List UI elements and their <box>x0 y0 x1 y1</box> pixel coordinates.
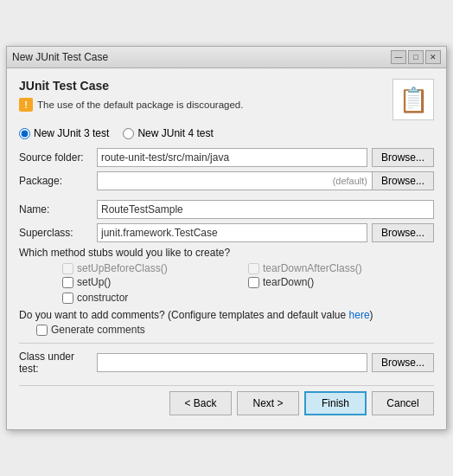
class-under-test-input[interactable] <box>97 353 367 372</box>
package-row: Package: (default) Browse... <box>19 171 434 190</box>
stubs-grid: setUpBeforeClass() tearDownAfterClass() … <box>62 262 434 288</box>
minimize-button[interactable]: — <box>391 50 406 64</box>
window-title: New JUnit Test Case <box>12 51 108 63</box>
setup-before-class-label[interactable]: setUpBeforeClass() <box>62 262 248 274</box>
bottom-buttons: < Back Next > Finish Cancel <box>19 385 434 419</box>
header-text: JUnit Test Case ! The use of the default… <box>19 79 243 112</box>
teardown-after-class-text: tearDownAfterClass() <box>263 262 362 274</box>
junit4-radio[interactable] <box>123 128 134 139</box>
finish-button[interactable]: Finish <box>304 391 367 415</box>
name-row: Name: <box>19 200 434 219</box>
window-controls: — □ ✕ <box>391 50 441 64</box>
cancel-button[interactable]: Cancel <box>372 391 434 415</box>
test-type-radio-group: New JUnit 3 test New JUnit 4 test <box>19 127 434 139</box>
generate-comments-text: Generate comments <box>51 324 145 336</box>
superclass-input[interactable] <box>97 223 367 242</box>
junit3-radio[interactable] <box>19 128 30 139</box>
divider <box>19 343 434 344</box>
constructor-checkbox[interactable] <box>62 293 73 304</box>
package-input[interactable] <box>97 171 383 190</box>
title-bar: New JUnit Test Case — □ ✕ <box>7 47 446 68</box>
dialog-content: JUnit Test Case ! The use of the default… <box>7 68 446 429</box>
logo-box: 📋 <box>392 79 434 120</box>
setup-before-class-checkbox[interactable] <box>62 263 73 274</box>
setup-before-class-text: setUpBeforeClass() <box>77 262 168 274</box>
dialog-window: New JUnit Test Case — □ ✕ JUnit Test Cas… <box>6 46 447 430</box>
comments-header: Do you want to add comments? (Configure … <box>19 309 434 321</box>
superclass-row: Superclass: Browse... <box>19 223 434 242</box>
teardown-label[interactable]: tearDown() <box>248 276 434 288</box>
superclass-label: Superclass: <box>19 227 97 239</box>
junit3-label: New JUnit 3 test <box>34 127 109 139</box>
junit-logo-icon: 📋 <box>399 86 429 114</box>
comments-link[interactable]: here <box>349 309 370 321</box>
generate-comments-checkbox[interactable] <box>36 325 48 336</box>
package-browse-button[interactable]: Browse... <box>372 171 434 190</box>
junit4-radio-label[interactable]: New JUnit 4 test <box>123 127 213 139</box>
close-button[interactable]: ✕ <box>425 50 441 64</box>
generate-comments-label[interactable]: Generate comments <box>36 324 434 336</box>
source-folder-input[interactable] <box>97 148 367 167</box>
stubs-section-label: Which method stubs would you like to cre… <box>19 247 434 259</box>
teardown-text: tearDown() <box>263 276 314 288</box>
source-folder-row: Source folder: Browse... <box>19 148 434 167</box>
junit3-radio-label[interactable]: New JUnit 3 test <box>19 127 109 139</box>
comments-section: Do you want to add comments? (Configure … <box>19 309 434 336</box>
name-label: Name: <box>19 203 97 215</box>
warning-text: The use of the default package is discou… <box>37 100 243 110</box>
setup-label[interactable]: setUp() <box>62 276 248 288</box>
class-under-test-label: Class under test: <box>19 351 97 375</box>
teardown-after-class-checkbox[interactable] <box>248 263 259 274</box>
teardown-checkbox[interactable] <box>248 277 259 288</box>
constructor-label[interactable]: constructor <box>62 292 434 304</box>
package-label: Package: <box>19 175 97 187</box>
source-folder-browse-button[interactable]: Browse... <box>372 148 434 167</box>
warning-icon: ! <box>19 98 33 112</box>
source-folder-label: Source folder: <box>19 151 97 164</box>
junit4-label: New JUnit 4 test <box>137 127 213 139</box>
warning-row: ! The use of the default package is disc… <box>19 98 243 112</box>
dialog-title: JUnit Test Case <box>19 79 243 93</box>
generate-comments-row: Generate comments <box>36 324 434 336</box>
constructor-text: constructor <box>77 292 128 304</box>
superclass-browse-button[interactable]: Browse... <box>372 223 434 242</box>
maximize-button[interactable]: □ <box>408 50 424 64</box>
header-section: JUnit Test Case ! The use of the default… <box>19 79 434 120</box>
name-input[interactable] <box>97 200 434 219</box>
back-button[interactable]: < Back <box>169 391 232 415</box>
class-under-test-row: Class under test: Browse... <box>19 351 434 375</box>
setup-text: setUp() <box>77 276 111 288</box>
comments-text: Do you want to add comments? (Configure … <box>19 309 346 321</box>
teardown-after-class-label[interactable]: tearDownAfterClass() <box>248 262 434 274</box>
class-under-test-browse-button[interactable]: Browse... <box>372 353 434 372</box>
next-button[interactable]: Next > <box>237 391 299 415</box>
constructor-row: constructor <box>62 292 434 304</box>
setup-checkbox[interactable] <box>62 277 73 288</box>
